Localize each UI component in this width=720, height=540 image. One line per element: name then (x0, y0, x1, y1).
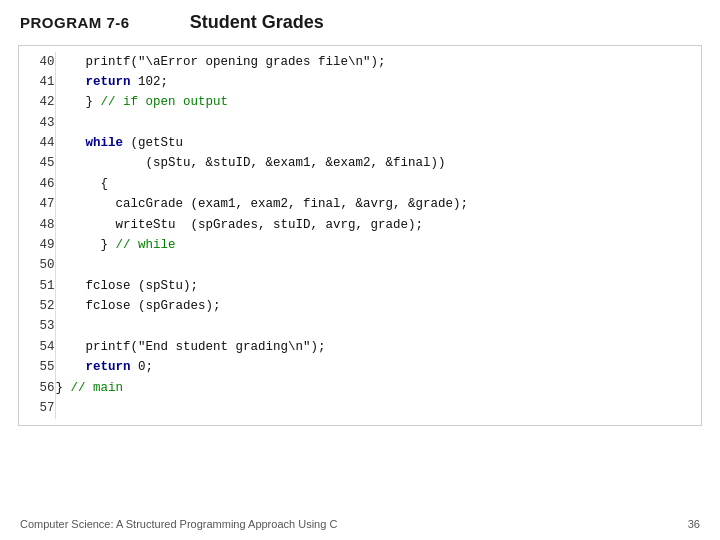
page-number: 36 (688, 518, 700, 530)
table-row: 50 (19, 256, 701, 276)
line-number: 49 (19, 235, 55, 255)
table-row: 44 while (getStu (19, 134, 701, 154)
code-content: return 0; (55, 358, 701, 378)
table-row: 56} // main (19, 378, 701, 398)
book-title: Computer Science: A Structured Programmi… (20, 518, 337, 530)
code-content (55, 256, 701, 276)
line-number: 46 (19, 174, 55, 194)
code-table: 40 printf("\aError opening grades file\n… (19, 52, 701, 419)
slide-footer: Computer Science: A Structured Programmi… (0, 518, 720, 530)
code-content: fclose (spGrades); (55, 297, 701, 317)
line-number: 41 (19, 72, 55, 92)
line-number: 52 (19, 297, 55, 317)
line-number: 57 (19, 398, 55, 418)
code-content: printf("\aError opening grades file\n"); (55, 52, 701, 72)
line-number: 44 (19, 134, 55, 154)
code-content: (spStu, &stuID, &exam1, &exam2, &final)) (55, 154, 701, 174)
line-number: 55 (19, 358, 55, 378)
code-block: 40 printf("\aError opening grades file\n… (18, 45, 702, 426)
table-row: 51 fclose (spStu); (19, 276, 701, 296)
table-row: 52 fclose (spGrades); (19, 297, 701, 317)
code-content: printf("End student grading\n"); (55, 337, 701, 357)
code-content: return 102; (55, 72, 701, 92)
table-row: 53 (19, 317, 701, 337)
comment: // main (71, 381, 124, 395)
slide-header: PROGRAM 7-6 Student Grades (0, 0, 720, 41)
program-label: PROGRAM 7-6 (20, 14, 130, 31)
code-content: while (getStu (55, 134, 701, 154)
table-row: 49 } // while (19, 235, 701, 255)
line-number: 47 (19, 195, 55, 215)
table-row: 45 (spStu, &stuID, &exam1, &exam2, &fina… (19, 154, 701, 174)
code-content (55, 113, 701, 133)
code-content (55, 398, 701, 418)
keyword: return (86, 360, 131, 374)
line-number: 45 (19, 154, 55, 174)
code-content: } // main (55, 378, 701, 398)
code-content: writeStu (spGrades, stuID, avrg, grade); (55, 215, 701, 235)
line-number: 42 (19, 93, 55, 113)
line-number: 53 (19, 317, 55, 337)
code-content: fclose (spStu); (55, 276, 701, 296)
code-content: } // if open output (55, 93, 701, 113)
code-content: } // while (55, 235, 701, 255)
table-row: 42 } // if open output (19, 93, 701, 113)
code-content: { (55, 174, 701, 194)
line-number: 50 (19, 256, 55, 276)
table-row: 46 { (19, 174, 701, 194)
code-content: calcGrade (exam1, exam2, final, &avrg, &… (55, 195, 701, 215)
line-number: 48 (19, 215, 55, 235)
line-number: 43 (19, 113, 55, 133)
line-number: 54 (19, 337, 55, 357)
keyword: while (86, 136, 124, 150)
table-row: 48 writeStu (spGrades, stuID, avrg, grad… (19, 215, 701, 235)
table-row: 57 (19, 398, 701, 418)
comment: // while (116, 238, 176, 252)
table-row: 41 return 102; (19, 72, 701, 92)
line-number: 40 (19, 52, 55, 72)
code-content (55, 317, 701, 337)
table-row: 40 printf("\aError opening grades file\n… (19, 52, 701, 72)
table-row: 47 calcGrade (exam1, exam2, final, &avrg… (19, 195, 701, 215)
table-row: 43 (19, 113, 701, 133)
slide-title: Student Grades (190, 12, 324, 33)
table-row: 54 printf("End student grading\n"); (19, 337, 701, 357)
line-number: 56 (19, 378, 55, 398)
table-row: 55 return 0; (19, 358, 701, 378)
comment: // if open output (101, 95, 229, 109)
keyword: return (86, 75, 131, 89)
line-number: 51 (19, 276, 55, 296)
